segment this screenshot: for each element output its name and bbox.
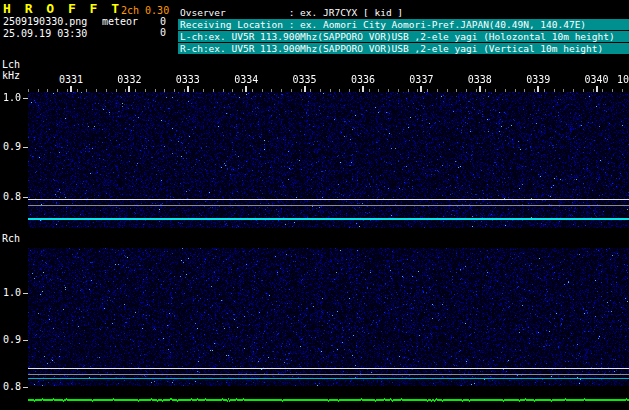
freq-tick-label: 0.9 [0,142,21,152]
time-label: 0338 [466,75,494,85]
second-tick [77,89,78,92]
second-tick [466,89,467,92]
second-tick [534,89,535,92]
second-tick [437,89,438,92]
second-tick [447,89,448,92]
second-tick [524,89,525,92]
freq-tick-dash [23,387,28,388]
second-tick [47,89,48,92]
minute-tick [479,86,481,92]
second-tick [262,89,263,92]
second-tick [106,89,107,92]
rch-spectrogram-panel [28,248,629,386]
freq-tick-label: 0.8 [0,382,21,392]
second-tick [602,89,603,92]
second-tick [554,89,555,92]
second-tick [583,89,584,92]
second-tick [38,89,39,92]
second-tick [271,89,272,92]
second-tick [408,89,409,92]
second-tick [116,89,117,92]
second-tick [456,89,457,92]
freq-tick-dash [23,293,28,294]
freq-tick-label: 1.0 [0,288,21,298]
second-tick [388,89,389,92]
second-tick [242,89,243,92]
second-tick [281,89,282,92]
rch-receiver-info-line: R-ch:ex. UV5R 113.900Mhz(SAPPORO VOR)USB… [178,43,629,54]
second-tick [145,89,146,92]
second-tick [57,89,58,92]
second-tick [359,89,360,92]
second-tick [515,89,516,92]
minute-tick [187,86,189,92]
meteor-counter-label: meteor [102,16,138,27]
output-filename: 2509190330.png [3,16,87,27]
second-tick [622,89,623,92]
hrofft-output-image: H R O F F T 2ch 0.30 2509190330.png mete… [0,0,629,410]
second-tick [174,89,175,92]
second-tick [544,89,545,92]
time-label: 0337 [407,75,435,85]
time-label: 0334 [232,75,260,85]
second-tick [398,89,399,92]
second-tick [193,89,194,92]
second-tick [28,89,29,92]
second-tick [339,89,340,92]
second-tick [349,89,350,92]
minute-tick [128,86,130,92]
minute-tick [304,86,306,92]
freq-tick-label: 1.0 [0,93,21,103]
lch-receiver-info-line: L-ch:ex. UV5R 113.900Mhz(SAPPORO VOR)USB… [178,31,629,42]
second-tick [135,89,136,92]
time-label: 0333 [174,75,202,85]
minute-tick [596,86,598,92]
second-tick [612,89,613,92]
freq-tick-label: 0.9 [0,335,21,345]
second-tick [291,89,292,92]
second-tick [330,89,331,92]
lch-axis-label: Lch [2,59,20,70]
time-label: 0335 [291,75,319,85]
time-label: 0332 [115,75,143,85]
second-tick [203,89,204,92]
long-echo-count-value: 0 [146,27,166,38]
second-tick [67,89,68,92]
freq-tick-dash [23,98,28,99]
freq-tick-dash [23,197,28,198]
second-tick [155,89,156,92]
second-tick [378,89,379,92]
second-tick [369,89,370,92]
time-label: 0339 [524,75,552,85]
freq-tick-dash [23,340,28,341]
second-tick [164,89,165,92]
second-tick [505,89,506,92]
time-label: 0331 [57,75,85,85]
second-tick [320,89,321,92]
second-tick [223,89,224,92]
minute-tick [537,86,539,92]
second-tick [485,89,486,92]
second-tick [310,89,311,92]
second-tick [563,89,564,92]
second-tick [232,89,233,92]
minute-tick [362,86,364,92]
signal-level-strip [28,388,629,410]
freq-tick-dash [23,147,28,148]
minute-tick [70,86,72,92]
second-tick [427,89,428,92]
observer-info-line: Ovserver : ex. JR7CYX [ kid ] [178,7,629,18]
app-title: H R O F F T [3,2,122,16]
second-tick [593,89,594,92]
lch-spectrogram-panel [28,92,629,228]
minute-tick [245,86,247,92]
time-label: 0336 [349,75,377,85]
second-tick [417,89,418,92]
second-tick [184,89,185,92]
second-tick [125,89,126,92]
second-tick [301,89,302,92]
app-version: 2ch 0.30 [121,5,169,16]
second-tick [495,89,496,92]
second-tick [252,89,253,92]
second-tick [476,89,477,92]
